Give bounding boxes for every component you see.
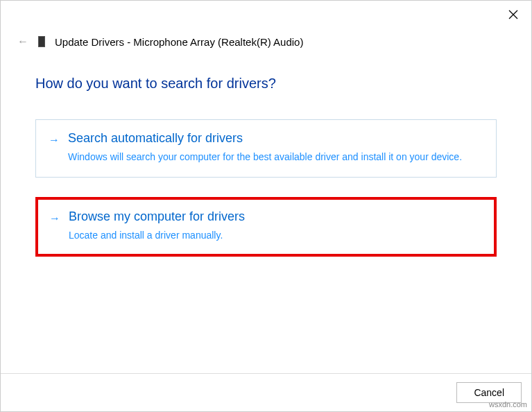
option-browse-computer[interactable]: → Browse my computer for drivers Locate … <box>35 197 497 257</box>
close-button[interactable] <box>508 9 519 20</box>
content-area: How do you want to search for drivers? →… <box>1 48 531 373</box>
option-title: Browse my computer for drivers <box>69 209 483 224</box>
page-heading: How do you want to search for drivers? <box>35 76 497 92</box>
option-description: Windows will search your computer for th… <box>68 150 483 164</box>
close-icon <box>508 10 518 19</box>
arrow-right-icon: → <box>49 212 60 225</box>
option-title: Search automatically for drivers <box>68 131 483 146</box>
option-text: Search automatically for drivers Windows… <box>68 131 483 164</box>
watermark: wsxdn.com <box>489 400 527 409</box>
device-icon <box>38 36 45 47</box>
arrow-right-icon: → <box>49 134 60 146</box>
footer: Cancel <box>1 373 531 411</box>
option-description: Locate and install a driver manually. <box>69 228 483 243</box>
back-button[interactable]: ← <box>17 35 28 48</box>
option-search-automatically[interactable]: → Search automatically for drivers Windo… <box>35 119 497 178</box>
window-title: Update Drivers - Microphone Array (Realt… <box>55 36 303 48</box>
option-text: Browse my computer for drivers Locate an… <box>69 209 483 243</box>
window-header: ← Update Drivers - Microphone Array (Rea… <box>1 1 531 48</box>
